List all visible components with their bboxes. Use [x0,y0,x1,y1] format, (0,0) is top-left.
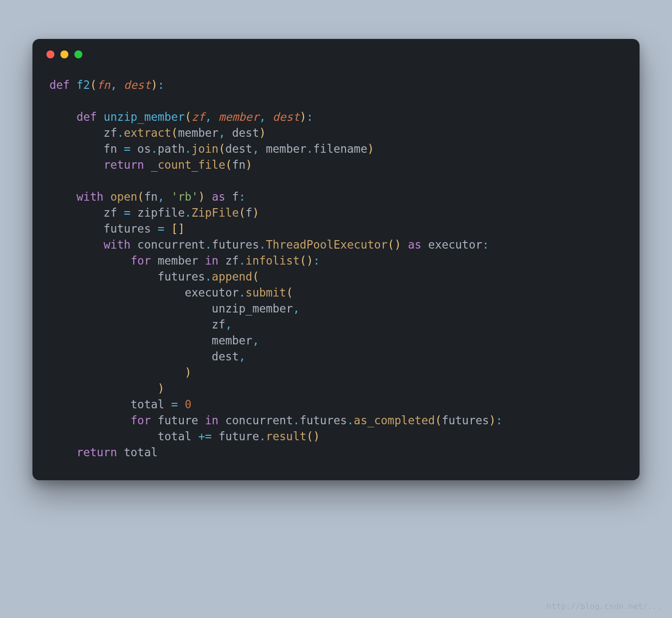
code-line: total += future.result() [49,428,623,444]
token-call: result [266,430,306,443]
token-kw: def [49,78,70,91]
code-line: return _count_file(fn) [49,157,623,173]
token-id: futures [212,238,259,251]
token-fn: f2 [76,78,90,91]
token-id: future [212,430,259,443]
token-id: total [49,430,198,443]
code-editor[interactable]: def f2(fn, dest): def unzip_member(zf, m… [32,70,640,480]
token-kw: for [131,254,151,267]
token-id: dest [225,142,252,155]
code-line: zf = zipfile.ZipFile(f) [49,205,623,221]
token-kw: for [131,414,151,427]
token-pn: [] [171,222,185,235]
token-id: futures [442,414,489,427]
token-pn: ) [158,382,165,395]
token-id [266,110,273,123]
token-id: filename [313,142,367,155]
code-line: ) [49,364,623,380]
token-pn: ) [300,110,307,123]
token-pm: fn [97,78,110,91]
code-line: dest, [49,348,623,364]
code-line [49,93,623,109]
token-op: , [239,350,246,363]
token-pn: ( [435,414,442,427]
token-pn: ) [185,366,192,379]
token-id: dest [225,126,259,139]
token-id: member [259,142,307,155]
token-id: fn [232,158,246,171]
token-pm: dest [273,110,300,123]
code-line: return total [49,444,623,460]
code-line: for future in concurrent.futures.as_comp… [49,412,623,428]
token-op: , [110,78,117,91]
token-id: total [117,446,157,459]
token-op: , [252,142,259,155]
token-id: dest [49,350,239,363]
token-id: f [246,206,253,219]
token-id [401,238,408,251]
token-id [49,366,185,379]
token-pn: ( [286,286,293,299]
token-pn: ) [151,78,158,91]
token-op: . [205,238,212,251]
token-kw: in [205,254,219,267]
token-pn: () [307,430,320,443]
token-pn: ( [225,158,232,171]
token-fn: unzip_member [103,110,185,123]
close-icon[interactable] [46,50,54,58]
token-pn: ) [489,414,496,427]
code-line: futures = [] [49,221,623,237]
token-id: fn [144,190,158,203]
token-pn: ) [259,126,266,139]
token-id: zf [49,126,117,139]
token-id [49,110,76,123]
token-call: _count_file [151,158,225,171]
token-kw: in [205,414,219,427]
token-id [49,414,131,427]
token-call: extract [124,126,171,139]
token-id [164,222,171,235]
code-line: total = 0 [49,396,623,412]
token-pn: ( [239,206,246,219]
token-pn: ( [185,110,192,123]
token-op: , [225,318,232,331]
token-id [97,110,104,123]
token-id [178,398,185,411]
token-op: . [259,430,266,443]
token-id: path [158,142,185,155]
minimize-icon[interactable] [60,50,68,58]
code-line: ) [49,380,623,396]
token-pn: ) [246,158,253,171]
token-id [49,158,103,171]
code-line: def f2(fn, dest): [49,77,623,93]
token-pn: ( [137,190,144,203]
code-line: zf.extract(member, dest) [49,125,623,141]
token-kw: with [76,190,103,203]
token-call: append [212,270,252,283]
token-id [49,238,103,251]
token-id: os [131,142,151,155]
token-id [164,190,171,203]
token-call: submit [246,286,286,299]
token-pn: ( [219,142,226,155]
token-op: , [252,334,259,347]
code-line: member, [49,332,623,348]
token-id: total [49,398,171,411]
token-id [49,190,76,203]
token-id: member [151,254,205,267]
token-id: future [151,414,205,427]
token-op: . [185,142,192,155]
token-call: ZipFile [191,206,239,219]
token-op: : [158,78,165,91]
token-id: member [178,126,218,139]
code-window: def f2(fn, dest): def unzip_member(zf, m… [32,39,640,480]
token-op: . [117,126,124,139]
token-kw: as [408,238,421,251]
token-op: = [124,206,131,219]
token-id: executor [49,286,239,299]
token-op: . [293,414,300,427]
token-op: . [259,238,266,251]
token-op: . [347,414,354,427]
token-op: : [239,190,246,203]
zoom-icon[interactable] [74,50,82,58]
